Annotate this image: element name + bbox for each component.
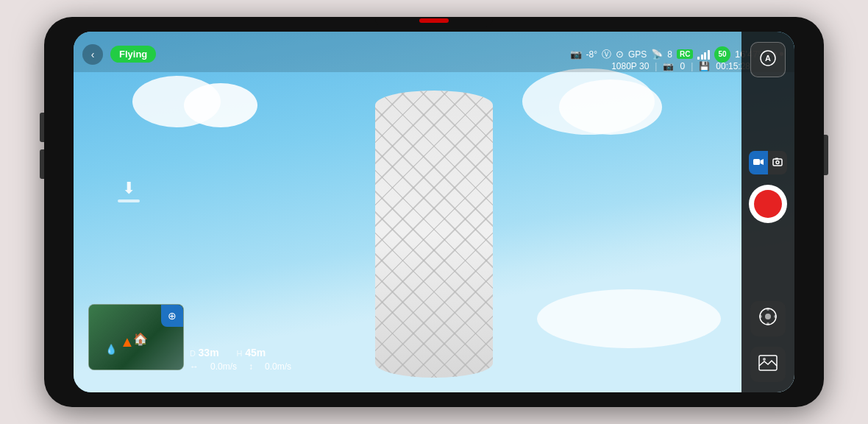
svg-rect-6	[775, 158, 778, 159]
svg-rect-2	[753, 159, 760, 165]
telemetry-panel: D 33m H 45m ↔ 0.0m/s ↕ 0.0m/s	[190, 347, 291, 372]
svg-point-5	[776, 160, 779, 163]
camera-icon: 📷	[570, 49, 582, 60]
right-control-panel: A	[741, 32, 794, 392]
drone-camera-screen: ‹ Flying 📷 -8° Ⓥ ⊙ GPS 📡 8 RC	[74, 32, 794, 392]
photo-mode-button[interactable]	[768, 151, 787, 174]
svg-text:A: A	[765, 54, 771, 63]
height-readout: H 45m	[237, 347, 266, 358]
expand-icon: ⊕	[168, 310, 177, 322]
back-button[interactable]: ‹	[82, 44, 103, 65]
signal-count: 8	[667, 49, 672, 60]
record-indicator	[754, 190, 782, 218]
landing-icon: ⬇	[118, 179, 140, 202]
gps-label: GPS	[628, 49, 647, 60]
phone-device: ‹ Flying 📷 -8° Ⓥ ⊙ GPS 📡 8 RC	[44, 17, 824, 407]
svg-rect-4	[773, 159, 782, 166]
distance-readout: D 33m	[190, 347, 219, 358]
status-bar: 📷 -8° Ⓥ ⊙ GPS 📡 8 RC	[570, 46, 761, 63]
volume-up-button[interactable]	[40, 113, 44, 142]
volume-down-button[interactable]	[40, 149, 44, 179]
svg-marker-3	[761, 159, 764, 165]
mini-map-expand-button[interactable]: ⊕	[161, 305, 183, 327]
battery-badge: 50	[714, 46, 730, 63]
svg-point-14	[763, 358, 766, 361]
record-button[interactable]	[749, 185, 787, 223]
auto-mode-button[interactable]: A	[750, 42, 786, 77]
divider2: |	[691, 61, 693, 71]
gimbal-icon: Ⓥ	[602, 48, 611, 61]
video-mode-button[interactable]	[749, 151, 768, 174]
horiz-speed-icon: ↔	[190, 361, 199, 372]
mini-map[interactable]: ⊕ 💧 ▲ 🏠	[88, 304, 184, 370]
vert-speed-value: 0.0m/s	[265, 361, 291, 372]
svg-point-10	[766, 322, 769, 325]
capture-mode-toggle[interactable]	[749, 151, 787, 174]
svg-point-12	[774, 315, 777, 318]
svg-point-8	[765, 314, 771, 319]
cloud-right-top	[485, 68, 706, 142]
hud-status-row2: 1080P 30 | 📷 0 | 💾 00:15:28	[611, 61, 750, 71]
tower-structure	[375, 91, 493, 378]
camera-angle: -8°	[586, 49, 597, 60]
svg-point-11	[759, 315, 762, 318]
power-button[interactable]	[824, 135, 828, 175]
photo-icon: 📷	[663, 61, 674, 71]
joystick-icon	[758, 307, 778, 331]
svg-point-9	[766, 308, 769, 311]
nav-icon: ⊙	[616, 49, 624, 60]
antenna-icon: 📡	[651, 49, 663, 60]
cloud-bottom-right	[537, 289, 721, 348]
cloud-left	[132, 76, 280, 135]
video-icon	[753, 158, 764, 169]
signal-strength-bars	[697, 49, 710, 60]
photo-count: 0	[680, 61, 685, 71]
horiz-speed-value: 0.0m/s	[210, 361, 237, 372]
distance-label: D	[190, 349, 196, 358]
back-icon: ‹	[91, 49, 95, 60]
storage-icon: 💾	[699, 61, 710, 71]
height-label: H	[237, 349, 243, 358]
vert-speed-icon: ↕	[249, 361, 253, 372]
rc-badge: RC	[677, 49, 693, 59]
water-marker: 💧	[105, 344, 117, 355]
joystick-button[interactable]	[750, 301, 786, 336]
distance-value: 33m	[199, 347, 219, 358]
gallery-icon	[758, 355, 778, 375]
drone-position-marker: ▲ 🏠	[120, 332, 135, 351]
photo-icon-btn	[772, 158, 783, 169]
gallery-button[interactable]	[750, 347, 786, 382]
divider1: |	[655, 61, 657, 71]
height-value: 45m	[245, 347, 266, 358]
auto-icon: A	[759, 49, 777, 70]
top-indicator	[419, 18, 449, 23]
flying-status-badge: Flying	[110, 46, 156, 63]
resolution-label: 1080P 30	[611, 61, 649, 71]
